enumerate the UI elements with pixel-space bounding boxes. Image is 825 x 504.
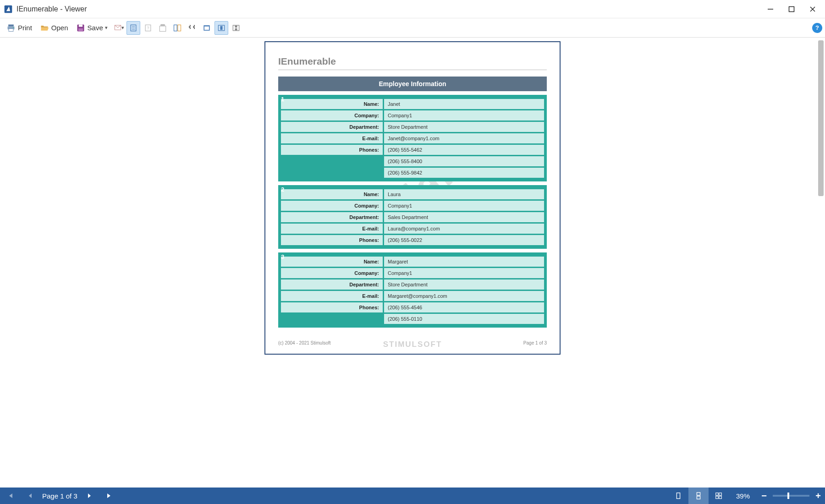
- svg-rect-29: [235, 28, 237, 30]
- svg-rect-28: [235, 26, 237, 27]
- svg-point-8: [13, 27, 14, 28]
- svg-rect-22: [178, 25, 181, 31]
- svg-rect-5: [8, 24, 14, 26]
- maximize-button[interactable]: [781, 1, 802, 17]
- parameters-button[interactable]: ?: [141, 21, 155, 35]
- svg-rect-10: [78, 24, 82, 27]
- print-button[interactable]: Print: [3, 21, 35, 35]
- svg-rect-7: [9, 28, 13, 31]
- save-label: Save: [88, 24, 103, 32]
- svg-rect-20: [160, 26, 165, 31]
- continuous-page-button[interactable]: [229, 21, 243, 35]
- thumbnails-button[interactable]: [170, 21, 184, 35]
- full-screen-button[interactable]: [200, 21, 214, 35]
- svg-rect-19: [160, 24, 165, 26]
- app-icon: [4, 5, 13, 14]
- printer-icon: [6, 23, 16, 33]
- svg-rect-24: [204, 26, 209, 29]
- folder-open-icon: [39, 23, 50, 33]
- bookmarks-button[interactable]: [126, 21, 140, 35]
- save-button[interactable]: Save ▾: [72, 21, 111, 35]
- open-label: Open: [51, 24, 68, 32]
- minimize-button[interactable]: [760, 1, 781, 17]
- find-button[interactable]: [185, 21, 199, 35]
- open-button[interactable]: Open: [36, 21, 72, 35]
- chevron-down-icon: ▾: [121, 25, 124, 31]
- resources-button[interactable]: [156, 21, 170, 35]
- svg-rect-26: [220, 26, 222, 29]
- titlebar: IEnumerable - Viewer: [0, 0, 825, 18]
- help-button[interactable]: ?: [812, 23, 822, 33]
- svg-rect-11: [78, 28, 83, 31]
- close-button[interactable]: [802, 1, 823, 17]
- window-title: IEnumerable - Viewer: [16, 5, 760, 13]
- svg-rect-21: [174, 25, 177, 31]
- svg-rect-2: [789, 6, 794, 11]
- save-icon: [76, 23, 86, 33]
- svg-text:?: ?: [147, 26, 149, 30]
- toolbar: Print Open Save ▾ ▾ ? ?: [0, 18, 825, 38]
- chevron-down-icon: ▾: [105, 25, 108, 31]
- single-page-button[interactable]: [214, 21, 228, 35]
- print-label: Print: [18, 24, 32, 32]
- help-icon: ?: [812, 23, 822, 33]
- send-email-button[interactable]: ▾: [112, 21, 126, 35]
